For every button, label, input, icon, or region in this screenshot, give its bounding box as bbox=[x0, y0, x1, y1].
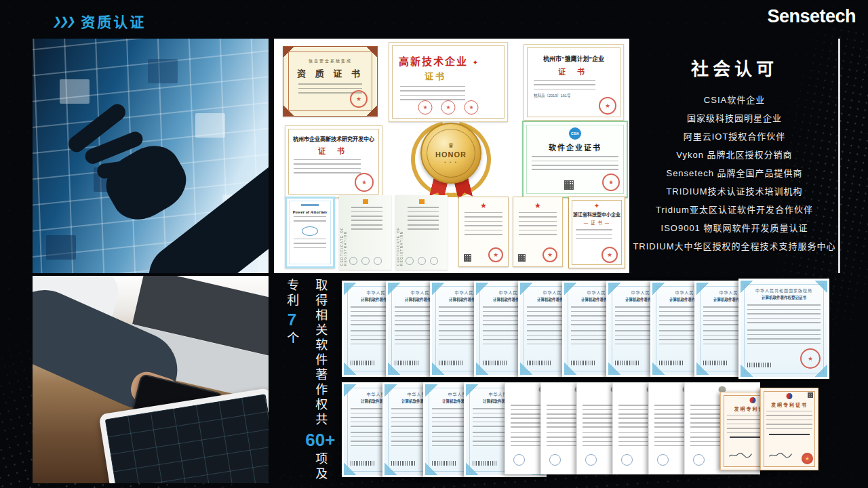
red-seal: ★ bbox=[418, 100, 433, 115]
certificate-title: 发明专利证书 bbox=[761, 401, 818, 408]
page-title: 资质认证 bbox=[81, 11, 146, 31]
text-lines bbox=[766, 411, 812, 431]
red-emblem-seal bbox=[802, 453, 813, 464]
slide-header: ❯❯❯ 资质认证 bbox=[53, 11, 146, 31]
barcode bbox=[351, 461, 375, 466]
social-recognition-panel: 社会认可 CSIA软件企业 国家级科技园明星企业 阿里云IOT授权合作伙伴 Vy… bbox=[632, 39, 837, 273]
social-recognition-item: 阿里云IOT授权合作伙伴 bbox=[632, 127, 837, 146]
text-lines bbox=[747, 329, 821, 344]
patent-text-suffix: 个 bbox=[285, 331, 298, 346]
red-seal bbox=[602, 174, 620, 191]
text-lines bbox=[294, 159, 361, 174]
red-seal: ★ bbox=[465, 100, 479, 115]
red-seal bbox=[800, 348, 821, 369]
patent-summary-line: 专利7个 bbox=[283, 279, 300, 488]
certificate-title: 杭州市“雏鹰计划”企业 bbox=[524, 54, 623, 63]
crown-icon: ♛ bbox=[448, 142, 454, 149]
medal-face: ♛ HONOR • • • bbox=[420, 123, 481, 184]
social-recognition-item: 国家级科技园明星企业 bbox=[632, 109, 837, 127]
certificate-title: 高新技术企业 ✦ bbox=[399, 54, 507, 68]
decor-tile bbox=[46, 235, 76, 260]
certificates-panel: 信息安全系统集成 资 质 证 书 高新技术企业 ✦ 证书 ★ ★ ★ 杭州市“雏… bbox=[274, 39, 629, 273]
certificate-iso-registration: CERTIFICATE OF REGISTRATION bbox=[339, 195, 391, 270]
social-recognition-item: Sensetech 品牌全国产品提供商 bbox=[632, 164, 837, 182]
barcode bbox=[659, 361, 684, 365]
accreditation-logo-icon bbox=[361, 257, 370, 265]
divider bbox=[769, 434, 810, 435]
red-seal bbox=[542, 247, 557, 262]
slide: ❯❯❯ 资质认证 Sensetech 信息安全系统集成 资 质 证 书 高新技术… bbox=[0, 0, 868, 488]
patent-certificates-row: 中华人民共和国 计算机软件著作权登记证书 中华人民共和国 计算机软件著作权登记证… bbox=[342, 382, 818, 485]
accreditation-logo-icon bbox=[374, 257, 382, 265]
decor-tile bbox=[60, 79, 90, 104]
text-lines bbox=[576, 229, 612, 239]
text-lines bbox=[519, 212, 557, 235]
text-lines bbox=[351, 207, 382, 230]
certificate-side-text: CERTIFICATE OF REGISTRATION bbox=[397, 199, 403, 266]
patent-count: 7 bbox=[288, 312, 296, 328]
certificate-title: 浙江省科技型中小企业 bbox=[569, 211, 625, 218]
qr-code bbox=[808, 392, 813, 398]
text-lines bbox=[408, 207, 439, 230]
decor-tile bbox=[148, 59, 178, 83]
text-lines bbox=[400, 86, 465, 101]
barcode bbox=[483, 361, 507, 365]
brand-logo: Sensetech bbox=[767, 6, 856, 27]
certificate-software-enterprise: CSIA 软件企业证书 bbox=[522, 121, 628, 198]
red-seal bbox=[350, 90, 368, 108]
text-lines bbox=[294, 216, 326, 223]
flame-icon: ✦ bbox=[472, 58, 479, 66]
certificate-title: 杭州市企业高新技术研究开发中心 bbox=[285, 135, 382, 142]
accreditation-logo-icon bbox=[406, 257, 414, 265]
social-recognition-list: CSIA软件企业 国家级科技园明星企业 阿里云IOT授权合作伙伴 Vykon 品… bbox=[632, 91, 837, 256]
barcode bbox=[571, 361, 595, 365]
tablet-screen-shape bbox=[105, 394, 269, 483]
panel-edge-line bbox=[838, 39, 840, 273]
qr-code bbox=[464, 254, 471, 262]
red-seal bbox=[488, 247, 503, 262]
accreditation-logo-icon bbox=[418, 257, 426, 265]
registrar-logo bbox=[419, 199, 425, 204]
blue-seal bbox=[693, 454, 705, 466]
cnipa-logo-icon bbox=[787, 393, 793, 399]
certificate-zizhi: 信息安全系统集成 资 质 证 书 bbox=[283, 46, 378, 117]
social-recognition-item: TRIDIUM大中华区授权的全程技术支持服务中心 bbox=[632, 237, 837, 256]
red-seal: ★ bbox=[441, 100, 456, 115]
social-panel-title: 社会认可 bbox=[632, 55, 837, 80]
blue-seal bbox=[657, 454, 669, 466]
honor-medal: ♛ HONOR • • • bbox=[414, 119, 488, 199]
patents-panel: 取得相关软件著作权共60+项及 专利7个 中华人民共和国 计算机软件著作权登记证… bbox=[274, 276, 835, 488]
national-emblem-icon: ★ bbox=[534, 201, 542, 209]
certificate-zhejiang-sme: ✦ 浙江省科技型中小企业 — 证 书 — bbox=[568, 197, 625, 268]
copyright-text-suffix: 项及 bbox=[313, 452, 327, 482]
barcode bbox=[703, 361, 728, 365]
social-recognition-item: Tridium亚太区认证软件开发合作伙伴 bbox=[632, 201, 837, 219]
photo-workspace bbox=[33, 276, 269, 483]
photo-videowall bbox=[33, 39, 269, 273]
red-seal bbox=[355, 173, 374, 192]
certificate-rnd-center: 杭州市企业高新技术研究开发中心 证 书 bbox=[285, 125, 382, 198]
certificate-subtitle: 信息安全系统集成 bbox=[283, 58, 377, 64]
barcode bbox=[351, 361, 375, 365]
text-lines bbox=[465, 212, 502, 235]
blue-seal bbox=[513, 454, 525, 466]
certificate-subtitle: 证 书 bbox=[285, 145, 382, 156]
certificate-side-text: CERTIFICATE OF REGISTRATION bbox=[340, 199, 347, 266]
certificate-subtitle: 证 书 bbox=[524, 66, 623, 77]
text-lines bbox=[532, 156, 618, 174]
blue-seal bbox=[585, 454, 597, 466]
certificate-title: 计算机软件著作权登记证书 bbox=[741, 295, 827, 300]
medal-label: HONOR bbox=[435, 150, 467, 159]
accreditation-logo-icon bbox=[430, 257, 438, 265]
barcode bbox=[395, 361, 419, 365]
certificate-power-of-attorney: Power of Attorney bbox=[285, 197, 335, 268]
barcode bbox=[391, 461, 416, 466]
signature bbox=[768, 451, 793, 459]
copyright-count: 60+ bbox=[305, 431, 335, 449]
accreditation-logos bbox=[349, 257, 382, 265]
certificate-chuying: 杭州市“雏鹰计划”企业 证 书 杭科高〔2019〕161号 bbox=[524, 44, 624, 121]
blue-seal bbox=[621, 454, 633, 466]
red-seal bbox=[601, 247, 618, 263]
invention-patent-certificate-full: 发明专利证书 bbox=[760, 388, 818, 470]
barcode bbox=[527, 361, 551, 365]
